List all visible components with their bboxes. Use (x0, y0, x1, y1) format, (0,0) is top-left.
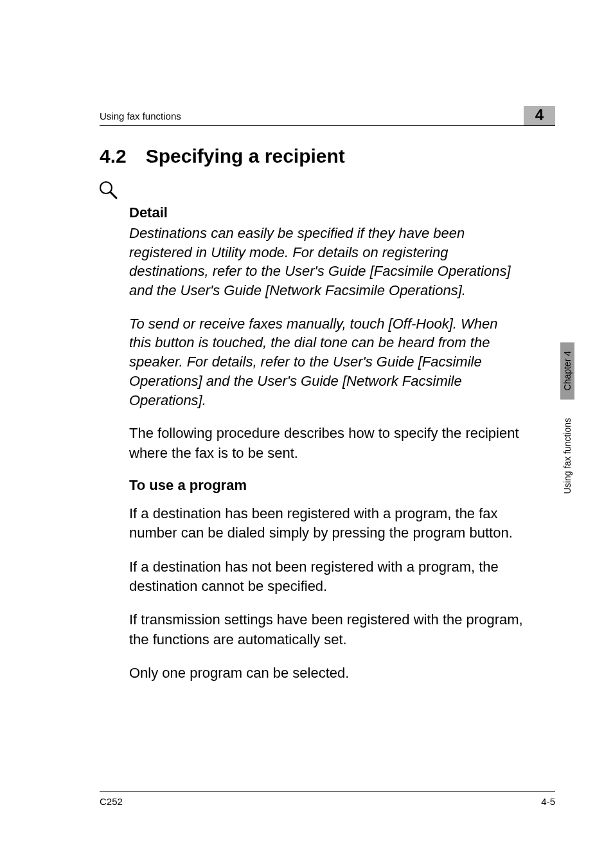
section-title: Specifying a recipient (146, 145, 345, 167)
side-tab-chapter: Chapter 4 (560, 342, 574, 399)
footer-page-number: 4-5 (541, 796, 555, 807)
page-header: Using fax functions 4 (100, 106, 555, 126)
page-footer: C252 4-5 (100, 791, 555, 807)
section-number: 4.2 (100, 145, 127, 167)
intro-paragraph: The following procedure describes how to… (129, 424, 523, 463)
subsection-heading: To use a program (129, 477, 523, 494)
subsection-p2: If a destination has not been registered… (129, 557, 523, 597)
footer-model: C252 (100, 796, 123, 807)
breadcrumb: Using fax functions (100, 111, 181, 122)
detail-label: Detail (129, 204, 523, 221)
subsection-p4: Only one program can be selected. (129, 664, 523, 683)
subsection-p1: If a destination has been registered wit… (129, 504, 523, 543)
detail-paragraph-2: To send or receive faxes manually, touch… (129, 314, 523, 410)
magnifier-icon (97, 179, 523, 203)
subsection-p3: If transmission settings have been regis… (129, 610, 523, 649)
detail-paragraph-1: Destinations can easily be specified if … (129, 224, 523, 300)
chapter-number-badge: 4 (524, 106, 555, 125)
section-heading: 4.2Specifying a recipient (100, 145, 523, 167)
side-label-section: Using fax functions (562, 418, 573, 494)
svg-line-1 (111, 192, 116, 198)
